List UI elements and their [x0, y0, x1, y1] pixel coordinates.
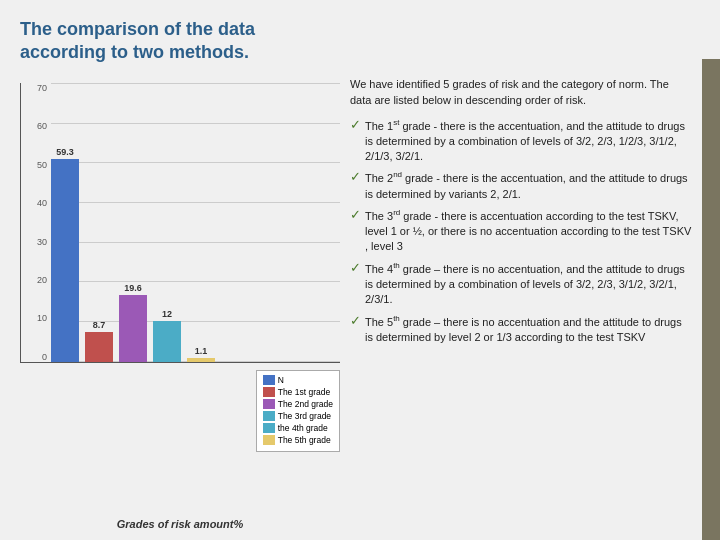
grade-text: The 1st grade - there is the accentuatio… [365, 117, 692, 165]
grid-line [51, 162, 340, 163]
grade-item: ✓The 5th grade – there is no accentuatio… [350, 313, 692, 345]
bar-group: 1.1 [187, 346, 215, 362]
legend-label: The 1st grade [278, 387, 330, 397]
bar-rect [187, 358, 215, 362]
legend-item: The 2nd grade [263, 399, 333, 409]
grade-text: The 2nd grade - there is the accentuatio… [365, 169, 692, 201]
y-axis-labels: 010203040506070 [21, 83, 49, 362]
bar-value-label: 59.3 [51, 147, 79, 157]
text-area: We have identified 5 grades of risk and … [350, 77, 692, 530]
bar-group: 12 [153, 309, 181, 362]
legend-color [263, 435, 275, 445]
grade-item: ✓The 4th grade – there is no accentuatio… [350, 260, 692, 308]
checkmark-icon: ✓ [350, 116, 361, 165]
grid-line [51, 242, 340, 243]
y-axis-label: 40 [21, 198, 49, 208]
y-axis-label: 50 [21, 160, 49, 170]
grade-item: ✓The 2nd grade - there is the accentuati… [350, 169, 692, 201]
chart-area: 010203040506070 59.38.719.6121.1 NThe 1s… [20, 77, 340, 530]
page-title: The comparison of the data according to … [20, 18, 700, 65]
bar-rect [85, 332, 113, 362]
legend-item: the 4th grade [263, 423, 333, 433]
bar-group: 59.3 [51, 147, 79, 362]
title-line2: according to two methods. [20, 42, 249, 62]
bar-value-label: 8.7 [85, 320, 113, 330]
grid-line [51, 202, 340, 203]
right-sidebar [702, 59, 720, 540]
bar-value-label: 12 [153, 309, 181, 319]
legend-color [263, 375, 275, 385]
legend-label: N [278, 375, 284, 385]
title-area: The comparison of the data according to … [20, 18, 700, 65]
bar-group: 8.7 [85, 320, 113, 362]
grid-line [51, 83, 340, 84]
title-line1: The comparison of the data [20, 19, 255, 39]
checkmark-icon: ✓ [350, 312, 361, 345]
bar-rect [153, 321, 181, 362]
bar-chart: 010203040506070 59.38.719.6121.1 [20, 83, 340, 363]
bar-value-label: 1.1 [187, 346, 215, 356]
y-axis-label: 10 [21, 313, 49, 323]
legend-color [263, 423, 275, 433]
legend-item: The 5th grade [263, 435, 333, 445]
grade-text: The 3rd grade - there is accentuation ac… [365, 207, 692, 255]
chart-legend: NThe 1st gradeThe 2nd gradeThe 3rd grade… [256, 370, 340, 452]
x-axis-label: Grades of risk amount% [20, 518, 340, 530]
legend-label: The 5th grade [278, 435, 331, 445]
legend-item: The 3rd grade [263, 411, 333, 421]
bar-group: 19.6 [119, 283, 147, 362]
grade-text: The 4th grade – there is no accentuation… [365, 260, 692, 308]
legend-item: The 1st grade [263, 387, 333, 397]
checkmark-icon: ✓ [350, 259, 361, 308]
grade-item: ✓The 3rd grade - there is accentuation a… [350, 207, 692, 255]
grade-text: The 5th grade – there is no accentuation… [365, 313, 692, 345]
legend-color [263, 411, 275, 421]
grade-list: ✓The 1st grade - there is the accentuati… [350, 117, 692, 345]
legend-item: N [263, 375, 333, 385]
main-container: The comparison of the data according to … [0, 0, 720, 540]
y-axis-label: 30 [21, 237, 49, 247]
intro-text: We have identified 5 grades of risk and … [350, 77, 692, 109]
legend-color [263, 399, 275, 409]
bar-value-label: 19.6 [119, 283, 147, 293]
y-axis-label: 20 [21, 275, 49, 285]
bar-rect [119, 295, 147, 362]
grid-line [51, 281, 340, 282]
checkmark-icon: ✓ [350, 206, 361, 255]
bar-rect [51, 159, 79, 362]
legend-label: the 4th grade [278, 423, 328, 433]
y-axis-label: 60 [21, 121, 49, 131]
legend-label: The 3rd grade [278, 411, 331, 421]
y-axis-label: 70 [21, 83, 49, 93]
grid-line [51, 123, 340, 124]
content-area: 010203040506070 59.38.719.6121.1 NThe 1s… [20, 77, 700, 530]
legend-color [263, 387, 275, 397]
y-axis-label: 0 [21, 352, 49, 362]
grade-item: ✓The 1st grade - there is the accentuati… [350, 117, 692, 165]
legend-label: The 2nd grade [278, 399, 333, 409]
chart-wrapper: 010203040506070 59.38.719.6121.1 NThe 1s… [20, 83, 340, 512]
checkmark-icon: ✓ [350, 168, 361, 201]
